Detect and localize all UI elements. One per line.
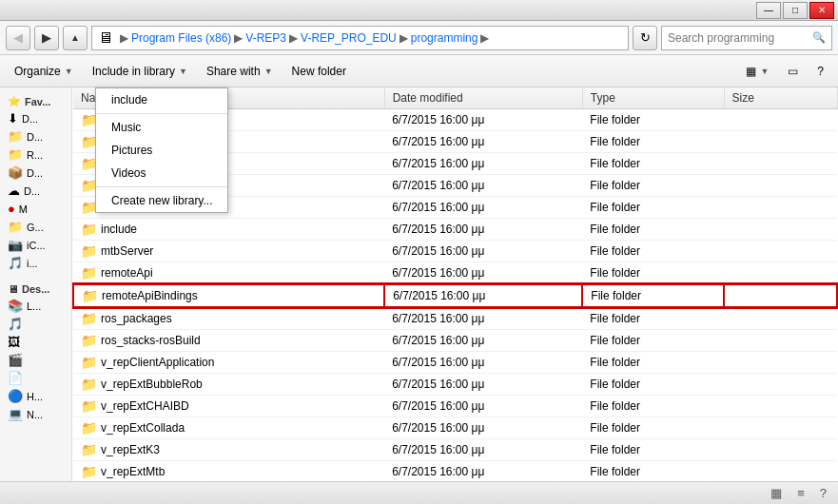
sidebar-item-m[interactable]: ●M: [0, 200, 71, 218]
table-row[interactable]: 📁 v_repExtCollada 6/7/2015 16:00 μμ File…: [73, 417, 837, 439]
back-button[interactable]: ◀: [6, 26, 30, 50]
sidebar-item-music-lib[interactable]: 🎵: [0, 315, 71, 333]
file-name-cell: 📁 v_repExtMtb: [73, 461, 384, 482]
file-name: ros_packages: [101, 312, 172, 325]
new-folder-button[interactable]: New folder: [283, 59, 355, 84]
table-row[interactable]: 📁 ros_packages 6/7/2015 16:00 μμ File fo…: [73, 307, 837, 330]
file-name-cell: 📁 v_repExtCHAIBD: [73, 396, 384, 417]
table-row[interactable]: 📁 v_repExtCHAIBD 6/7/2015 16:00 μμ File …: [73, 396, 837, 417]
sidebar-item-vid-lib[interactable]: 🎬: [0, 351, 71, 369]
table-row[interactable]: 📁 ros_stacks-rosBuild 6/7/2015 16:00 μμ …: [73, 330, 837, 352]
close-button[interactable]: ✕: [809, 2, 834, 19]
refresh-button[interactable]: ↻: [633, 26, 657, 50]
folder-icon: 📁: [81, 265, 97, 281]
file-size: [724, 307, 837, 330]
breadcrumb-program-files[interactable]: Program Files (x86): [131, 31, 231, 45]
gmail-icon: ●: [8, 202, 15, 216]
organize-button[interactable]: Organize ▼: [6, 59, 82, 84]
file-name-cell: 📁 v_repExtBubbleRob: [73, 374, 384, 396]
file-size: [724, 241, 837, 262]
file-date: 6/7/2015 16:00 μμ: [384, 175, 582, 197]
table-row[interactable]: 📁 include 6/7/2015 16:00 μμ File folder: [73, 219, 837, 241]
minimize-button[interactable]: —: [756, 2, 781, 19]
include-in-library-button[interactable]: Include in library ▼: [84, 59, 196, 84]
help-button[interactable]: ?: [809, 59, 832, 84]
file-type: File folder: [582, 197, 724, 219]
file-name: mtbServer: [101, 244, 153, 258]
file-size: [724, 175, 837, 197]
col-date[interactable]: Date modified: [384, 87, 582, 109]
folder-icon-2: 📁: [8, 147, 23, 162]
table-row[interactable]: 📁 v_repExtMtb 6/7/2015 16:00 μμ File fol…: [73, 461, 837, 482]
table-row[interactable]: 📁 v_repExtBubbleRob 6/7/2015 16:00 μμ Fi…: [73, 374, 837, 396]
file-type: File folder: [582, 284, 724, 307]
sidebar-item-cloud[interactable]: ☁D...: [0, 182, 71, 200]
dropdown-item-include[interactable]: include: [96, 88, 227, 111]
sidebar-item-d1[interactable]: ⬇D...: [0, 109, 71, 127]
sidebar-item-d3[interactable]: 📦D...: [0, 164, 71, 182]
file-name-cell: 📁 mtbServer: [73, 241, 384, 262]
breadcrumb-sep: ▶: [120, 31, 128, 45]
col-size[interactable]: Size: [724, 87, 837, 109]
sidebar-item-d2[interactable]: 📁D...: [0, 127, 71, 145]
file-date: 6/7/2015 16:00 μμ: [384, 241, 582, 262]
dropdown-item-create-new[interactable]: Create new library...: [96, 189, 227, 212]
status-right: ▦ ≡ ?: [767, 484, 830, 502]
sidebar-item-g[interactable]: 📁G...: [0, 218, 71, 236]
sidebar-item-h[interactable]: 🔵H...: [0, 387, 71, 405]
file-date: 6/7/2015 16:00 μμ: [384, 307, 582, 330]
file-size: [724, 219, 837, 241]
up-button[interactable]: ▲: [63, 26, 88, 50]
dropdown-item-pictures[interactable]: Pictures: [96, 139, 227, 162]
table-row[interactable]: 📁 v_repClientApplication 6/7/2015 16:00 …: [73, 352, 837, 374]
help-status-button[interactable]: ?: [816, 484, 830, 502]
sidebar-item-doc-lib[interactable]: 📄: [0, 369, 71, 387]
breadcrumb[interactable]: 🖥 ▶ Program Files (x86) ▶ V-REP3 ▶ V-REP…: [91, 26, 629, 50]
sidebar-item-lib[interactable]: 📚L...: [0, 297, 71, 315]
organize-arrow: ▼: [65, 67, 73, 76]
maximize-button[interactable]: □: [783, 2, 808, 19]
file-date: 6/7/2015 16:00 μμ: [384, 396, 582, 417]
breadcrumb-programming[interactable]: programming: [411, 31, 478, 45]
sidebar-item-i[interactable]: 🎵i...: [0, 254, 71, 272]
view-options-button[interactable]: ▦ ▼: [737, 59, 777, 84]
file-date: 6/7/2015 16:00 μμ: [384, 374, 582, 396]
sidebar-item-n[interactable]: 💻N...: [0, 405, 71, 423]
pane-button[interactable]: ▭: [779, 59, 807, 84]
col-type[interactable]: Type: [582, 87, 724, 109]
table-row[interactable]: 📁 remoteApiBindings 6/7/2015 16:00 μμ Fi…: [73, 284, 837, 307]
file-type: File folder: [582, 175, 724, 197]
file-date: 6/7/2015 16:00 μμ: [384, 131, 582, 153]
table-row[interactable]: 📁 mtbServer 6/7/2015 16:00 μμ File folde…: [73, 241, 837, 262]
download-icon: ⬇: [8, 111, 18, 126]
details-view-button[interactable]: ▦: [767, 484, 786, 502]
file-name-cell: 📁 v_repClientApplication: [73, 352, 384, 374]
file-size: [724, 396, 837, 417]
file-name-cell: 📁 ros_packages: [73, 307, 384, 330]
view-arrow: ▼: [760, 67, 769, 76]
sidebar-item-r[interactable]: 📁R...: [0, 145, 71, 164]
search-input[interactable]: [668, 31, 812, 45]
table-row[interactable]: 📁 v_repExtK3 6/7/2015 16:00 μμ File fold…: [73, 439, 837, 461]
file-name-cell: 📁 include: [73, 219, 384, 241]
search-bar: 🔍: [661, 26, 832, 50]
table-row[interactable]: 📁 remoteApi 6/7/2015 16:00 μμ File folde…: [73, 262, 837, 285]
star-icon: ⭐: [8, 95, 21, 107]
file-name: v_repExtCollada: [101, 421, 185, 435]
file-name-cell: 📁 remoteApiBindings: [73, 284, 384, 307]
folder-icon: 📁: [81, 377, 97, 392]
share-with-button[interactable]: Share with ▼: [198, 59, 282, 84]
doc-lib-icon: 📄: [8, 371, 23, 385]
forward-button[interactable]: ▶: [34, 26, 59, 50]
dropdown-item-music[interactable]: Music: [96, 116, 227, 139]
sidebar-item-ic[interactable]: 📷iC...: [0, 236, 71, 254]
breadcrumb-vrep-pro-edu[interactable]: V-REP_PRO_EDU: [301, 31, 397, 45]
sidebar-item-pic-lib[interactable]: 🖼: [0, 333, 71, 351]
breadcrumb-vrep3[interactable]: V-REP3: [245, 31, 286, 45]
folder-icon: 📁: [81, 311, 97, 326]
list-view-button[interactable]: ≡: [793, 484, 809, 502]
photo-icon: 📷: [8, 238, 23, 252]
folder-icon: 📁: [81, 243, 97, 259]
dropdown-item-videos[interactable]: Videos: [96, 162, 227, 184]
file-date: 6/7/2015 16:00 μμ: [384, 284, 582, 307]
